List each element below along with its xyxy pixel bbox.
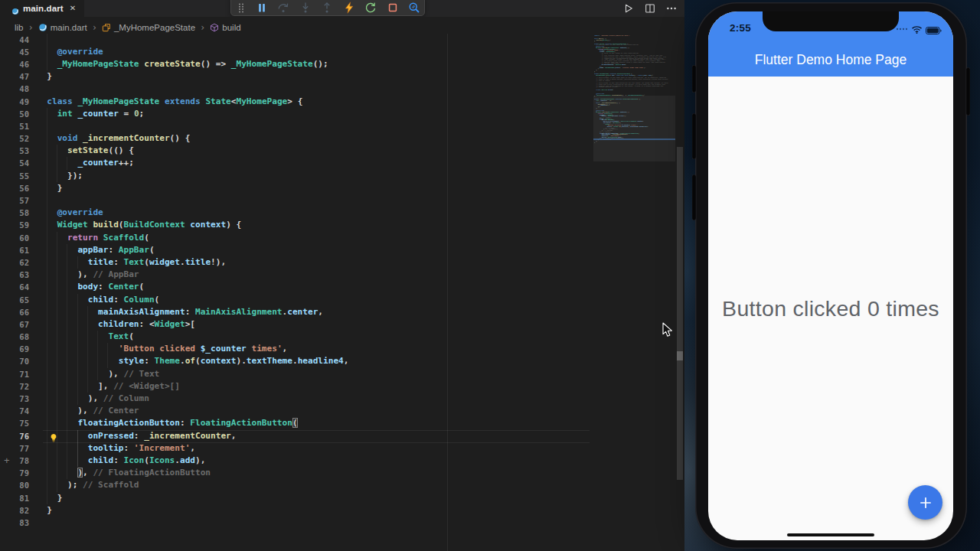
code-line-76[interactable]: 76 onPressed: _incrementCounter,: [0, 430, 675, 442]
editor-scrollbar[interactable]: [676, 34, 683, 551]
code-line-79[interactable]: 79 ), // FloatingActionButton: [0, 467, 675, 479]
code-line-53[interactable]: 53 setState(() {: [0, 145, 675, 157]
line-number: 79: [0, 467, 29, 479]
code-text: ), // Column: [47, 393, 149, 405]
breadcrumb-item-lib[interactable]: lib: [15, 23, 24, 32]
code-line-57[interactable]: 57: [0, 194, 675, 207]
code-text: title: Text(widget.title!),: [47, 256, 226, 269]
code-line-71[interactable]: 71 ), // Text: [0, 368, 675, 380]
code-line-69[interactable]: 69 'Button clicked $_counter times',: [0, 343, 675, 355]
code-line-52[interactable]: 52 void _incrementCounter() {: [0, 132, 675, 145]
line-number: 62: [0, 256, 29, 269]
code-text: _counter++;: [47, 157, 134, 169]
line-number: 51: [0, 120, 29, 132]
hot-reload-icon[interactable]: [343, 2, 355, 14]
code-line-49[interactable]: 49class _MyHomePageState extends State<M…: [0, 96, 675, 108]
line-number: 65: [0, 294, 29, 306]
code-line-62[interactable]: 62 title: Text(widget.title!),: [0, 256, 675, 269]
chevron-right-icon: ›: [28, 22, 34, 33]
code-line-68[interactable]: 68 Text(: [0, 331, 675, 343]
line-number: 64: [0, 281, 29, 293]
minimap-slider[interactable]: [593, 96, 675, 161]
line-number: 49: [0, 96, 29, 108]
code-line-45[interactable]: 45 @override: [0, 46, 675, 58]
lightbulb-icon[interactable]: [49, 432, 58, 442]
code-line-46[interactable]: 46 _MyHomePageState createState() => _My…: [0, 58, 675, 70]
code-line-77[interactable]: 77 tooltip: 'Increment',: [0, 442, 675, 455]
code-line-44[interactable]: 44: [0, 34, 675, 46]
code-line-60[interactable]: 60 return Scaffold(: [0, 232, 675, 244]
code-editor[interactable]: 4445 @override46 _MyHomePageState create…: [0, 34, 684, 551]
step-over-icon[interactable]: [277, 2, 289, 14]
line-number: 63: [0, 269, 29, 281]
line-number: 54: [0, 157, 29, 169]
code-line-66[interactable]: 66 mainAxisAlignment: MainAxisAlignment.…: [0, 306, 675, 318]
code-text: ), // Text: [47, 368, 159, 380]
code-line-67[interactable]: 67 children: <Widget>[: [0, 318, 675, 331]
code-line-63[interactable]: 63 ), // AppBar: [0, 269, 675, 281]
step-into-icon[interactable]: [299, 2, 312, 14]
code-text: children: <Widget>[: [47, 318, 195, 331]
code-line-56[interactable]: 56 }: [0, 182, 675, 194]
code-text: void _incrementCounter() {: [47, 132, 190, 145]
code-line-64[interactable]: 64 body: Center(: [0, 281, 675, 293]
code-line-48[interactable]: 48: [0, 83, 675, 95]
line-number: 76: [0, 430, 29, 442]
restart-icon[interactable]: [364, 2, 377, 14]
code-text: ), // FloatingActionButton: [47, 467, 211, 479]
breadcrumb-item-build[interactable]: build: [210, 23, 240, 32]
code-text: Text(: [47, 331, 134, 343]
code-line-81[interactable]: 81 }: [0, 492, 675, 504]
code-line-51[interactable]: 51: [0, 120, 675, 132]
code-line-50[interactable]: 50 int _counter = 0;: [0, 108, 675, 120]
code-line-55[interactable]: 55 });: [0, 170, 675, 182]
gutter-plus-icon[interactable]: +: [4, 455, 13, 467]
code-line-61[interactable]: 61 appBar: AppBar(: [0, 244, 675, 256]
fab-button[interactable]: [908, 485, 942, 520]
code-line-78[interactable]: 78 child: Icon(Icons.add),: [0, 455, 675, 467]
minimap[interactable]: import 'package:flutter/material.dart';v…: [593, 35, 675, 551]
pause-icon[interactable]: [256, 2, 268, 14]
more-actions-icon[interactable]: [665, 2, 678, 15]
wifi-icon: [911, 23, 923, 31]
step-out-icon[interactable]: [321, 2, 333, 14]
line-number: 47: [0, 70, 29, 83]
code-text: ); // Scaffold: [47, 479, 139, 491]
code-line-80[interactable]: 80 ); // Scaffold: [0, 479, 675, 491]
widget-inspector-icon[interactable]: [408, 2, 420, 14]
code-line-70[interactable]: 70 style: Theme.of(context).textTheme.he…: [0, 355, 675, 367]
code-text: Widget build(BuildContext context) {: [47, 219, 241, 231]
code-text: ), // AppBar: [47, 269, 139, 281]
line-number: 72: [0, 380, 29, 393]
indent-guide: [47, 194, 47, 207]
code-line-59[interactable]: 59 Widget build(BuildContext context) {: [0, 219, 675, 231]
home-indicator[interactable]: [787, 533, 874, 537]
code-line-75[interactable]: 75 floatingActionButton: FloatingActionB…: [0, 417, 675, 429]
line-number: 71: [0, 368, 29, 380]
code-line-72[interactable]: 72 ], // <Widget>[]: [0, 380, 675, 393]
code-text: }: [47, 504, 52, 517]
breadcrumb-item--myhomepagestate[interactable]: _MyHomePageState: [102, 23, 195, 32]
code-line-73[interactable]: 73 ), // Column: [0, 393, 675, 405]
breadcrumb-item-main-dart[interactable]: main.dart: [38, 23, 87, 32]
gripper-icon: [235, 2, 246, 14]
code-line-65[interactable]: 65 child: Column(: [0, 294, 675, 306]
stop-icon[interactable]: [387, 2, 399, 14]
code-line-54[interactable]: 54 _counter++;: [0, 157, 675, 169]
scrollbar-thumb[interactable]: [677, 147, 683, 480]
code-line-74[interactable]: 74 ), // Center: [0, 405, 675, 417]
code-line-83[interactable]: 83: [0, 517, 675, 529]
line-number: 70: [0, 355, 29, 367]
tab-main-dart[interactable]: main.dart ✕: [0, 0, 84, 17]
code-line-82[interactable]: 82}: [0, 504, 675, 517]
code-line-47[interactable]: 47}: [0, 70, 675, 83]
split-editor-icon[interactable]: [644, 2, 656, 15]
line-number: 66: [0, 306, 29, 318]
chevron-right-icon: ›: [92, 22, 97, 33]
code-text: }: [47, 492, 62, 504]
line-number: 57: [0, 194, 29, 207]
close-icon[interactable]: ✕: [70, 5, 76, 12]
mute-switch: [692, 65, 696, 93]
code-line-58[interactable]: 58 @override: [0, 207, 675, 219]
run-icon[interactable]: [622, 2, 635, 15]
